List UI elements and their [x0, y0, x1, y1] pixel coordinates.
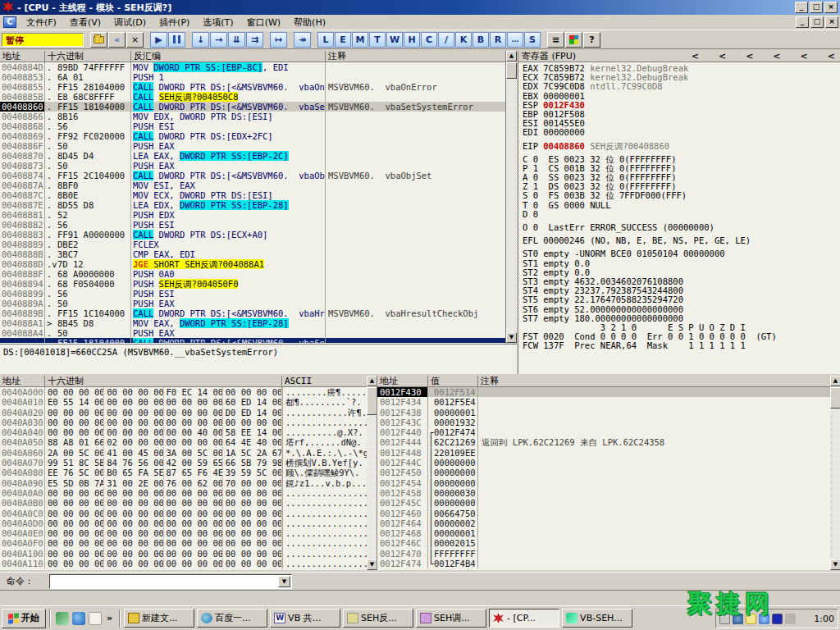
animate-into-button[interactable]: ⇊ [228, 32, 245, 48]
disasm-row[interactable]: FF15 18104000CALL DWORD PTR DS:[<&MSVBVM… [0, 338, 505, 343]
dump-row[interactable]: 0040A0602A 00 5C 0041 00 45 003A 00 5C 0… [0, 448, 367, 458]
disasm-row[interactable]: 0040887E.8D55 D8LEA EDX, DWORD PTR SS:[E… [0, 200, 505, 210]
disasm-row[interactable]: 0040889B.FF15 1C104000CALL DWORD PTR DS:… [0, 308, 505, 318]
register-line[interactable]: EDI 00000000 [523, 128, 840, 137]
desktop-quick-launch-icon[interactable] [89, 612, 102, 625]
stack-row[interactable]: 0012F468│00000001 [377, 528, 830, 538]
dump-row[interactable]: 0040A07099 51 8C 5B84 76 56 0042 00 59 6… [0, 458, 367, 468]
chevron-more-icon[interactable]: » [107, 613, 112, 623]
stack-row[interactable]: 0012F43C 00001932 [377, 418, 830, 427]
stack-row[interactable]: 0012F430 0012F514 [377, 387, 830, 397]
stack-row[interactable]: 0012F450│00000000 [377, 468, 830, 477]
stack-row[interactable]: 0012F46C│00002015 [377, 538, 830, 548]
stack-row[interactable]: 0012F474└0012F4B4 [377, 559, 830, 568]
scrollbar-thumb[interactable] [830, 387, 840, 409]
command-input[interactable] [51, 576, 277, 587]
minimize-button[interactable]: _ [795, 2, 808, 13]
disasm-row[interactable]: 0040888D.v7D 12JGE SHORT SEH反调?004088A1 [0, 259, 505, 269]
register-line[interactable]: EIP 00408860 SEH反调?00408860 [523, 142, 840, 151]
maximize-button[interactable]: □ [810, 2, 823, 13]
disasm-row[interactable]: 0040887C.8B0EMOV ECX, DWORD PTR DS:[ESI] [0, 190, 505, 200]
dump-row[interactable]: 0040A0F000 00 00 0000 00 00 0000 00 00 0… [0, 538, 367, 548]
disasm-row[interactable]: 00408866.8B16MOV EDX, DWORD PTR DS:[ESI] [0, 112, 505, 121]
mdi-minimize-button[interactable]: _ [796, 16, 809, 28]
disasm-row[interactable]: 00408868.56PUSH ESI [0, 121, 505, 131]
menu-item[interactable]: 文件(F) [20, 15, 63, 30]
stack-row[interactable]: 0012F440┌0012F474 [377, 427, 830, 437]
stack-row[interactable]: 0012F454│00000000 [377, 478, 830, 488]
chevron-down-icon[interactable]: ▼ [278, 576, 290, 587]
quick-launch-icon[interactable] [56, 612, 69, 625]
disasm-row[interactable]: 00408881.52PUSH EDX [0, 210, 505, 220]
stack-row[interactable]: 0012F458│00000030 [377, 488, 830, 498]
disasm-row[interactable]: 0040884D.89BD 74FFFFFFMOV DWORD PTR SS:[… [0, 62, 505, 72]
disasm-row[interactable]: 00408855.FF15 28104000CALL DWORD PTR DS:… [0, 82, 505, 92]
register-line[interactable]: T 0 GS 0000 NULL [523, 201, 840, 210]
window-shortcut-button-s[interactable]: S [524, 32, 541, 48]
register-line[interactable]: FCW 137F Prec NEAR,64 Mask 1 1 1 1 1 1 [523, 341, 840, 350]
disasm-row[interactable]: 0040888F.68 A0000000PUSH 0A0 [0, 269, 505, 279]
disasm-row[interactable]: 00408883.FF91 A0000000CALL DWORD PTR DS:… [0, 230, 505, 240]
dump-row[interactable]: 0040A02000 00 00 0000 00 00 0000 00 00 0… [0, 408, 367, 418]
window-shortcut-button-x[interactable]: / [438, 32, 454, 48]
scrollbar-thumb[interactable] [506, 62, 517, 79]
disasm-row[interactable]: 0040886F.50PUSH EAX [0, 141, 505, 151]
dump-row[interactable]: 0040A090E5 5D 0B 7A31 00 2E 0076 00 62 0… [0, 478, 367, 488]
disasm-row[interactable]: 0040889A.50PUSH EAX [0, 299, 505, 308]
scroll-up-icon[interactable]: ▲ [506, 51, 517, 62]
dump-row[interactable]: 0040A05088 A8 01 6602 00 00 0000 00 00 0… [0, 437, 367, 447]
close-button[interactable]: × [824, 2, 838, 13]
taskbar-task-button[interactable]: - [CP... [489, 609, 559, 628]
open-file-button[interactable] [90, 32, 107, 48]
disasm-row[interactable]: 00408889.DBE2FCLEX [0, 240, 505, 249]
ie-quick-launch-icon[interactable] [72, 612, 85, 625]
stack-row[interactable]: 0012F448│220109EE [377, 448, 830, 458]
collapse-section-button[interactable]: < [692, 52, 699, 62]
mdi-restore-button[interactable]: □ [810, 16, 824, 28]
disasm-row[interactable]: 00408894.68 F0504000PUSH SEH反调?004050F0 [0, 279, 505, 289]
register-line[interactable]: EFL 00000246 (NO, NB, E, BE, NS, PE, GE,… [523, 236, 840, 245]
taskbar-task-button[interactable]: VB-SEH... [562, 609, 632, 628]
start-button[interactable]: 开始 [2, 609, 46, 628]
close-program-button[interactable]: × [126, 32, 144, 48]
menu-item[interactable]: 窗口(W) [240, 15, 287, 30]
restart-button[interactable]: « [108, 32, 126, 48]
disassembly-scrollbar[interactable]: ▲ ▼ [506, 51, 517, 343]
disasm-row[interactable]: 00408870.8D45 D4LEA EAX, DWORD PTR SS:[E… [0, 151, 505, 161]
stack-row[interactable]: 0012F460│00664750 [377, 509, 830, 518]
window-shortcut-button-b[interactable]: B [472, 32, 489, 48]
dump-row[interactable]: 0040A10000 00 00 0000 00 00 0000 00 00 0… [0, 549, 367, 559]
run-button[interactable]: ▶ [150, 32, 167, 48]
mdi-close-button[interactable]: × [825, 16, 838, 28]
command-combobox[interactable]: ▼ [49, 574, 292, 589]
window-shortcut-button-w[interactable]: W [386, 32, 403, 48]
window-shortcut-button-xxx[interactable]: ... [507, 32, 523, 48]
window-shortcut-button-h[interactable]: H [404, 32, 420, 48]
window-shortcut-button-t[interactable]: T [369, 32, 386, 48]
taskbar-task-button[interactable]: SEH反... [343, 609, 413, 628]
collapse-section-button[interactable]: < [719, 52, 726, 62]
register-line[interactable]: D 0 [523, 210, 840, 219]
speaker-icon[interactable] [785, 614, 796, 624]
disasm-row[interactable]: 0040887A.8BF0MOV ESI, EAX [0, 180, 505, 190]
help-button[interactable]: ? [583, 32, 600, 48]
step-into-button[interactable]: ↓ [192, 32, 209, 48]
dump-row[interactable]: 0040A0E000 00 00 0000 00 00 0000 00 00 0… [0, 528, 367, 538]
window-shortcut-button-l[interactable]: L [317, 32, 334, 48]
stack-row[interactable]: 0012F470│FFFFFFFF [377, 549, 830, 559]
taskbar-clock[interactable]: 1:00 [814, 614, 834, 624]
disasm-row[interactable]: 00408874.FF15 2C104000CALL DWORD PTR DS:… [0, 171, 505, 180]
dump-row[interactable]: 0040A03000 00 00 0000 00 00 0000 00 00 0… [0, 418, 367, 427]
animate-over-button[interactable]: ⇉ [246, 32, 263, 48]
taskbar-task-button[interactable]: WVB 共... [270, 609, 340, 628]
dump-row[interactable]: 0040A010E0 55 14 0000 00 00 0000 00 00 0… [0, 397, 367, 407]
register-line[interactable]: O 0 LastErr ERROR_SUCCESS (00000000) [523, 223, 840, 232]
disasm-row[interactable]: 004088A4.50PUSH EAX [0, 328, 505, 338]
window-shortcut-button-e[interactable]: E [335, 32, 351, 48]
dump-row[interactable]: 0040A080EE 76 5C 00B0 65 FA 5E87 65 F6 4… [0, 468, 367, 477]
window-shortcut-button-c[interactable]: C [421, 32, 437, 48]
menu-item[interactable]: 插件(P) [153, 15, 196, 30]
disasm-row[interactable]: 00408860.FF15 18104000CALL DWORD PTR DS:… [0, 102, 505, 112]
scroll-down-icon[interactable]: ▼ [506, 332, 517, 343]
menu-item[interactable]: 调试(D) [107, 15, 153, 30]
